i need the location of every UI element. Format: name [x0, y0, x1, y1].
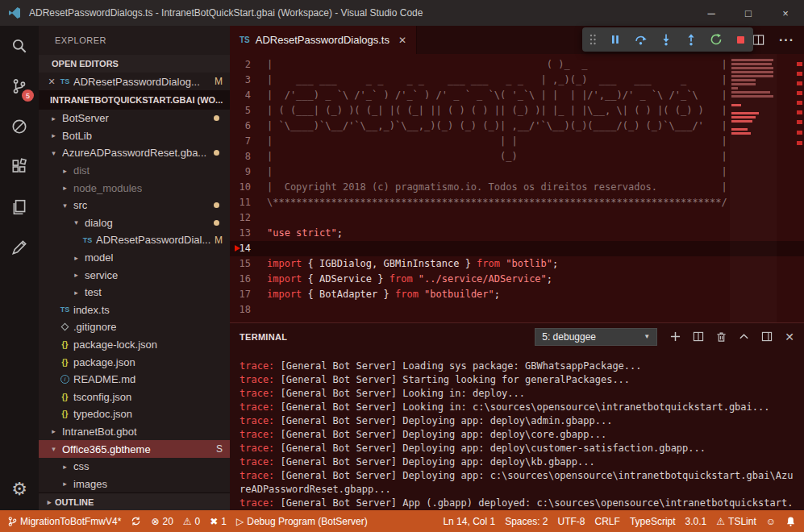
- tree-item-tsconfig-json[interactable]: {}tsconfig.json: [39, 389, 230, 406]
- editor-line-8[interactable]: 8| (_) |: [230, 149, 804, 164]
- terminal-output[interactable]: trace: [General Bot Server] Loading sys …: [230, 350, 798, 510]
- sync-item[interactable]: [131, 516, 141, 526]
- line-number[interactable]: 12: [230, 210, 267, 226]
- tree-item-src[interactable]: ▾src: [39, 197, 230, 214]
- editor-line-16[interactable]: 16import { ADService } from "../service/…: [230, 272, 804, 287]
- editor-line-9[interactable]: 9| |: [230, 164, 804, 180]
- search-icon[interactable]: [0, 26, 39, 66]
- tree-item-botserver[interactable]: ▸BotServer: [39, 110, 230, 127]
- line-number[interactable]: 5: [230, 103, 267, 118]
- line-number[interactable]: 7: [230, 134, 267, 149]
- editor-line-3[interactable]: 3| ___ ___ _ _ _ _ ___ ___ _ _ | ,_)(_) …: [230, 73, 804, 88]
- tree-item-readme-md[interactable]: iREADME.md: [39, 371, 230, 389]
- line-number[interactable]: 2: [230, 57, 267, 73]
- language-item[interactable]: TypeScript: [630, 516, 676, 527]
- tree-item-botlib[interactable]: ▸BotLib: [39, 127, 230, 145]
- more-actions-icon[interactable]: ···: [779, 33, 794, 48]
- chevron-up-icon[interactable]: [739, 331, 749, 342]
- tree-item-css[interactable]: ▸css: [39, 458, 230, 476]
- line-number[interactable]: 6: [230, 118, 267, 134]
- code-editor[interactable]: 2| ( )_ _ |3| ___ ___ _ _ _ _ ___ ___ _ …: [230, 54, 804, 322]
- editor-line-5[interactable]: 5| ( (___| (_) )( (_| |( (_| || ( ) ( ) …: [230, 103, 804, 118]
- tab-adresetpassworddialogs[interactable]: TS ADResetPasswordDialogs.ts ✕: [230, 26, 417, 54]
- tree-item-service[interactable]: ▸service: [39, 266, 230, 284]
- debug-icon[interactable]: [0, 106, 39, 147]
- kill-terminal-trash-icon[interactable]: [716, 331, 727, 343]
- editor-line-14[interactable]: 14: [230, 241, 804, 256]
- drag-handle-icon[interactable]: [589, 33, 597, 46]
- outline-section-header[interactable]: ▸ OUTLINE: [39, 493, 230, 510]
- line-number[interactable]: 15: [230, 256, 267, 272]
- step-over-icon[interactable]: [634, 33, 648, 46]
- notifications-bell-icon[interactable]: [785, 516, 796, 527]
- terminal-shell-select[interactable]: 5: debuggee ▼: [535, 328, 657, 346]
- feedback-smiley-icon[interactable]: ☺: [766, 516, 776, 527]
- line-number[interactable]: 10: [230, 180, 267, 195]
- extensions-icon[interactable]: [0, 147, 39, 187]
- editor-line-2[interactable]: 2| ( )_ _ |: [230, 57, 804, 73]
- open-editor-item[interactable]: ✕ TS ADResetPasswordDialog... M: [39, 73, 230, 90]
- source-control-icon[interactable]: 5: [0, 66, 39, 106]
- split-editor-icon[interactable]: [752, 34, 764, 46]
- workspace-section-header[interactable]: INTRANETBOTQUICKSTART.GBAI (WO...: [39, 90, 230, 110]
- step-into-icon[interactable]: [660, 33, 673, 46]
- new-terminal-icon[interactable]: [670, 331, 681, 342]
- line-number[interactable]: 9: [230, 164, 267, 180]
- editor-line-11[interactable]: 11\*************************************…: [230, 195, 804, 210]
- editor-line-6[interactable]: 6| `\____)`\__/'`\__,_)`\__,_)(_) (_) (_…: [230, 118, 804, 134]
- pause-icon[interactable]: [609, 33, 622, 46]
- line-number[interactable]: 3: [230, 73, 267, 88]
- close-panel-icon[interactable]: ✕: [785, 330, 794, 343]
- tslint-item[interactable]: ⚠ TSLint: [716, 516, 756, 527]
- git-branch-item[interactable]: MigrationToBotFmwV4*: [8, 516, 121, 527]
- warnings-item[interactable]: ⚠ 0: [183, 516, 200, 527]
- editor-line-18[interactable]: 18: [230, 302, 804, 318]
- split-terminal-icon[interactable]: [693, 331, 704, 342]
- line-number[interactable]: 4: [230, 88, 267, 103]
- errors-item[interactable]: ⊗ 20: [151, 516, 173, 527]
- line-number[interactable]: 11: [230, 195, 267, 210]
- editor-line-17[interactable]: 17import { BotAdapter } from "botbuilder…: [230, 287, 804, 302]
- line-number[interactable]: 17: [230, 287, 267, 302]
- eol-item[interactable]: CRLF: [595, 516, 620, 527]
- editor-line-15[interactable]: 15import { IGBDialog, GBMinInstance } fr…: [230, 256, 804, 272]
- tree-item-model[interactable]: ▸model: [39, 249, 230, 267]
- tree-item-package-json[interactable]: {}package.json: [39, 353, 230, 371]
- overview-ruler[interactable]: [794, 54, 804, 322]
- line-number[interactable]: 13: [230, 226, 267, 241]
- line-number[interactable]: 8: [230, 149, 267, 164]
- edit-icon[interactable]: [0, 227, 39, 268]
- close-icon[interactable]: ×: [767, 0, 804, 26]
- ts-version-item[interactable]: 3.0.1: [685, 516, 707, 527]
- editor-line-12[interactable]: 12: [230, 210, 804, 226]
- encoding-item[interactable]: UTF-8: [558, 516, 585, 527]
- stop-icon[interactable]: [735, 34, 747, 46]
- tree-item--gitignore[interactable]: .gitignore: [39, 318, 230, 336]
- indentation-item[interactable]: Spaces: 2: [505, 516, 548, 527]
- minimize-icon[interactable]: ─: [693, 0, 730, 26]
- open-editors-header[interactable]: OPEN EDITORS: [39, 55, 230, 73]
- tree-item-intranetbot-gbot[interactable]: ▸IntranetBot.gbot: [39, 423, 230, 441]
- restart-icon[interactable]: [710, 33, 723, 46]
- tree-item-test[interactable]: ▸test: [39, 284, 230, 301]
- extra-count-item[interactable]: ✖ 1: [210, 516, 227, 527]
- tree-item-office365-gbtheme[interactable]: ▾Office365.gbthemeS: [39, 440, 230, 458]
- editor-line-10[interactable]: 10| Copyright 2018 (c) pragmatismo.io. T…: [230, 180, 804, 195]
- tab-close-icon[interactable]: ✕: [398, 35, 406, 46]
- line-number[interactable]: 16: [230, 272, 267, 287]
- tree-item-package-lock-json[interactable]: {}package-lock.json: [39, 336, 230, 354]
- tree-item-dialog[interactable]: ▾dialog: [39, 214, 230, 232]
- settings-gear-icon[interactable]: ⚙: [0, 473, 39, 505]
- editor-line-7[interactable]: 7| | | |: [230, 134, 804, 149]
- cursor-position-item[interactable]: Ln 14, Col 1: [443, 516, 495, 527]
- close-editor-icon[interactable]: ✕: [45, 77, 58, 87]
- tree-item-azureadpasswordreset-gba-[interactable]: ▾AzureADPasswordReset.gba...: [39, 144, 230, 162]
- tree-item-typedoc-json[interactable]: {}typedoc.json: [39, 405, 230, 423]
- editor-line-13[interactable]: 13"use strict";: [230, 226, 804, 241]
- debug-program-item[interactable]: ▷ Debug Program (BotServer): [236, 516, 368, 527]
- files-icon[interactable]: [0, 187, 39, 227]
- tree-item-index-ts[interactable]: TSindex.ts: [39, 301, 230, 319]
- editor-line-4[interactable]: 4| /'___) _ `\ /'_` ) /'_` ) /' _ ` _ `\…: [230, 88, 804, 103]
- line-number[interactable]: 18: [230, 302, 267, 318]
- tree-item-dist[interactable]: ▸dist: [39, 162, 230, 180]
